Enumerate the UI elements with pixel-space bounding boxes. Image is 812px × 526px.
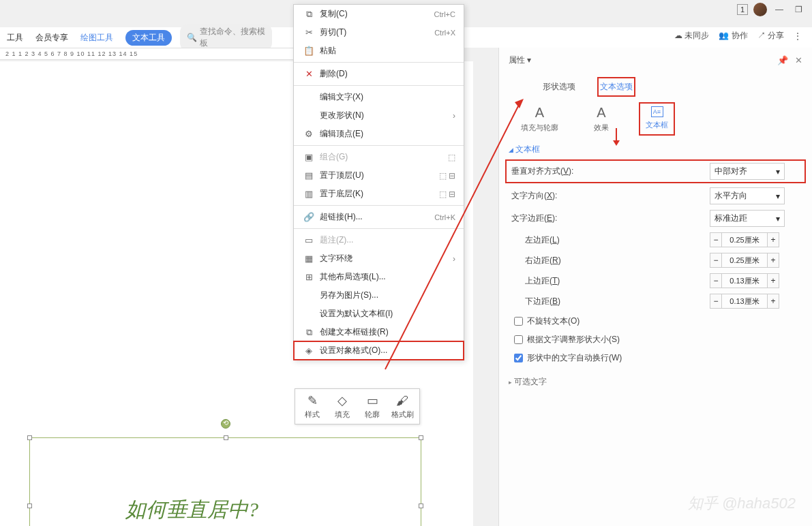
chevron-down-icon: ▾ [776, 191, 780, 201]
bucket-icon: ◇ [337, 393, 347, 408]
bottom-margin-value[interactable]: 0.13厘米 [722, 294, 767, 309]
checkbox-wrap[interactable]: 形状中的文字自动换行(W) [514, 352, 802, 364]
row-text-direction: 文字方向(X): 水平方向▾ [509, 187, 802, 204]
textbox-icon: A≡ [651, 106, 663, 117]
chevron-down-icon: ▾ [776, 214, 780, 223]
brush-icon: ✎ [307, 393, 318, 408]
delete-icon: ✕ [302, 69, 316, 79]
section-alt-text[interactable]: 可选文字 [509, 376, 802, 388]
sync-status[interactable]: ☁ 未同步 [674, 30, 709, 42]
resize-handle-n[interactable] [224, 435, 228, 440]
rotate-handle[interactable] [221, 419, 230, 429]
resize-handle-e[interactable] [419, 504, 423, 508]
top-margin-minus[interactable]: − [710, 273, 722, 288]
outline-button[interactable]: ▭轮廓 [358, 392, 387, 421]
tab-member[interactable]: 会员专享 [35, 32, 68, 44]
left-margin-minus[interactable]: − [710, 232, 722, 247]
resize-handle-w[interactable] [27, 504, 32, 508]
wrap-icon: ▦ [302, 253, 316, 264]
section-textbox[interactable]: 文本框 [509, 144, 802, 155]
row-right-margin: 右边距(R) −0.25厘米+ [509, 253, 802, 268]
fill-button[interactable]: ◇填充 [328, 392, 357, 421]
layout-icon: ⊞ [302, 272, 316, 282]
menu-copy[interactable]: ⧉复制(C)Ctrl+C [294, 5, 464, 23]
textbox-shape[interactable]: 如何垂直居中? [29, 437, 421, 526]
search-input[interactable]: 🔍 查找命令、搜索模板 [180, 24, 272, 51]
collab-button[interactable]: 👥 协作 [719, 30, 747, 42]
cut-icon: ✂ [302, 27, 316, 37]
subtab-textbox[interactable]: A≡文本框 [640, 104, 674, 134]
effect-a-icon: A [597, 105, 605, 120]
paste-icon: 📋 [302, 46, 316, 56]
panel-tab-text[interactable]: 文本选项 [597, 77, 635, 97]
front-icon: ▤ [302, 170, 316, 181]
textbox-content: 如何垂直居中? [125, 496, 258, 524]
tab-tools[interactable]: 工具 [7, 32, 23, 44]
link-icon: 🔗 [302, 212, 316, 222]
svg-marker-1 [613, 140, 620, 146]
textdir-select[interactable]: 水平方向▾ [710, 187, 785, 204]
annotation-arrow-long [382, 99, 525, 371]
right-margin-value[interactable]: 0.25厘米 [722, 253, 767, 268]
resize-handle-nw[interactable] [27, 435, 32, 440]
chevron-down-icon: ▾ [776, 167, 780, 176]
minimize-button[interactable]: — [772, 3, 786, 16]
format-icon: ◈ [302, 345, 316, 356]
svg-line-2 [385, 102, 520, 369]
fill-a-icon: A [535, 105, 544, 120]
tab-count-badge: 1 [737, 4, 748, 15]
margin-select[interactable]: 标准边距▾ [710, 210, 785, 227]
valign-select[interactable]: 中部对齐▾ [710, 163, 785, 180]
maximize-button[interactable]: ❐ [792, 3, 805, 16]
right-margin-minus[interactable]: − [710, 253, 722, 268]
top-margin-value[interactable]: 0.13厘米 [722, 273, 767, 288]
paintbrush-icon: 🖌 [396, 393, 408, 408]
menu-delete[interactable]: ✕删除(D) [294, 65, 464, 83]
style-button[interactable]: ✎样式 [298, 392, 327, 421]
row-vertical-align: 垂直对齐方式(V): 中部对齐▾ [507, 161, 805, 182]
search-icon: 🔍 [187, 33, 197, 42]
back-icon: ▥ [302, 189, 316, 199]
pin-icon[interactable]: 📌 [777, 55, 788, 65]
row-text-margin: 文字边距(E): 标准边距▾ [509, 210, 802, 227]
copy-icon: ⧉ [302, 9, 316, 20]
row-bottom-margin: 下边距(B) −0.13厘米+ [509, 294, 802, 309]
avatar[interactable] [753, 3, 767, 16]
menu-cut[interactable]: ✂剪切(T)Ctrl+X [294, 23, 464, 42]
format-painter-button[interactable]: 🖌格式刷 [388, 392, 417, 421]
tab-draw-tools[interactable]: 绘图工具 [80, 32, 113, 44]
properties-panel: 属性 ▾ 📌✕ 形状选项 文本选项 A填充与轮廓 A效果 A≡文本框 文本框 垂… [498, 48, 812, 526]
annotation-arrow-down [610, 128, 623, 146]
bottom-margin-minus[interactable]: − [710, 294, 722, 309]
left-margin-plus[interactable]: + [767, 232, 779, 247]
group-icon: ▣ [302, 152, 316, 162]
horizontal-ruler: 2 1 1 2 3 4 5 6 7 8 9 10 11 12 13 14 15 [0, 48, 293, 60]
outline-icon: ▭ [367, 393, 378, 408]
panel-tab-shape[interactable]: 形状选项 [541, 78, 577, 95]
row-left-margin: 左边距(L) −0.25厘米+ [509, 232, 802, 247]
vertex-icon: ⚙ [302, 129, 316, 139]
checkbox-autofit[interactable]: 根据文字调整形状大小(S) [514, 334, 802, 345]
more-icon[interactable]: ⋮ [794, 31, 802, 41]
mini-format-toolbar: ✎样式 ◇填充 ▭轮廓 🖌格式刷 [295, 388, 420, 424]
checkbox-no-rotate[interactable]: 不旋转文本(O) [514, 315, 802, 327]
right-margin-plus[interactable]: + [767, 253, 779, 268]
panel-title: 属性 ▾ [509, 55, 531, 66]
top-right-actions: ☁ 未同步 👥 协作 ↗ 分享 ⋮ [674, 30, 802, 42]
bottom-margin-plus[interactable]: + [767, 294, 779, 309]
resize-handle-ne[interactable] [419, 435, 423, 440]
share-button[interactable]: ↗ 分享 [757, 30, 784, 42]
row-top-margin: 上边距(T) −0.13厘米+ [509, 273, 802, 288]
close-panel-icon[interactable]: ✕ [795, 55, 802, 65]
left-margin-value[interactable]: 0.25厘米 [722, 232, 767, 247]
textbox-link-icon: ⧉ [302, 327, 316, 338]
tab-text-tools[interactable]: 文本工具 [125, 30, 172, 46]
svg-marker-3 [515, 99, 524, 108]
caption-icon: ▭ [302, 235, 316, 245]
top-margin-plus[interactable]: + [767, 273, 779, 288]
menu-paste[interactable]: 📋粘贴 [294, 42, 464, 60]
